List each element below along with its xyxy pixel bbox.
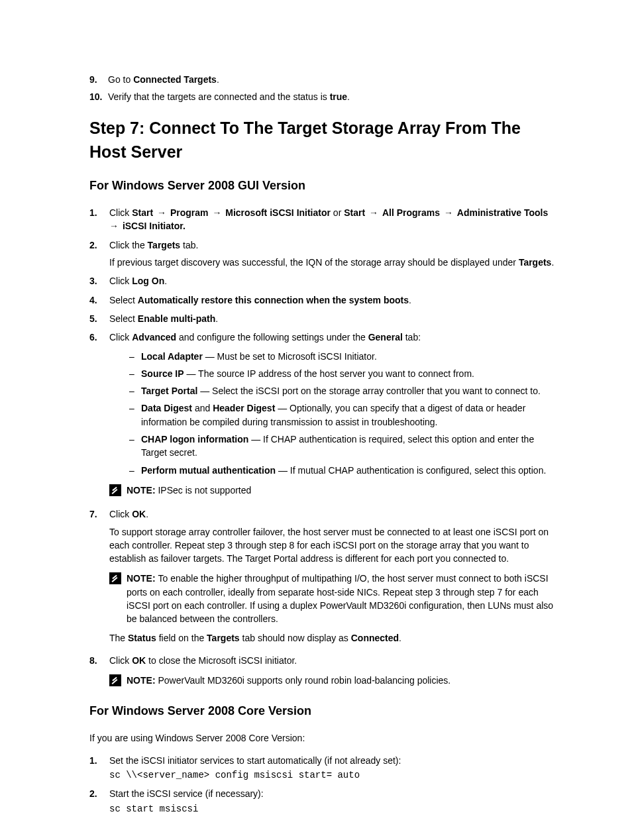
step-body: Click OK. To support storage array contr…	[109, 507, 556, 649]
setting-mutual-auth: –Perform mutual authentication — If mutu…	[129, 464, 556, 477]
core-steps: 1. Set the iSCSI initiator services to s…	[89, 754, 556, 815]
step-number: 6.	[89, 331, 109, 502]
step-number: 1.	[89, 206, 109, 233]
gui-step-4: 4. Select Automatically restore this con…	[89, 293, 556, 307]
note-icon	[109, 674, 121, 686]
note-roundrobin: NOTE: PowerVault MD3260i supports only r…	[109, 674, 556, 687]
step-number: 10.	[89, 90, 108, 103]
step-number: 7.	[89, 507, 109, 649]
step-body: Go to Connected Targets.	[108, 73, 556, 86]
gui-step-6: 6. Click Advanced and configure the foll…	[89, 331, 556, 502]
step-number: 2.	[89, 787, 109, 815]
step-body: Click Advanced and configure the followi…	[109, 331, 556, 502]
gui-step-8: 8. Click OK to close the Microsoft iSCSI…	[89, 654, 556, 693]
gui-steps: 1. Click Start → Program → Microsoft iSC…	[89, 206, 556, 692]
step-body: Verify that the targets are connected an…	[108, 90, 556, 103]
step-number: 3.	[89, 274, 109, 288]
setting-digest: –Data Digest and Header Digest — Optiona…	[129, 401, 556, 429]
code-block: sc start msiscsi	[109, 802, 556, 815]
step-7-status: The Status field on the Targets tab shou…	[109, 631, 556, 645]
step-body: Click Log On.	[109, 274, 556, 288]
gui-step-1: 1. Click Start → Program → Microsoft iSC…	[89, 206, 556, 233]
step-10: 10. Verify that the targets are connecte…	[89, 90, 556, 103]
page-title: Step 7: Connect To The Target Storage Ar…	[89, 116, 556, 164]
setting-target-portal: –Target Portal — Select the iSCSI port o…	[129, 384, 556, 397]
step-number: 5.	[89, 312, 109, 325]
step-body: Click Start → Program → Microsoft iSCSI …	[109, 206, 556, 233]
core-step-2: 2. Start the iSCSI service (if necessary…	[89, 787, 556, 815]
step-number: 1.	[89, 754, 109, 782]
note-ipsec: NOTE: IPSec is not supported	[109, 484, 556, 497]
core-intro: If you are using Windows Server 2008 Cor…	[89, 731, 556, 745]
note-icon	[109, 572, 121, 584]
gui-step-7: 7. Click OK. To support storage array co…	[89, 507, 556, 649]
setting-source-ip: –Source IP — The source IP address of th…	[129, 367, 556, 380]
continued-steps: 9. Go to Connected Targets. 10. Verify t…	[89, 73, 556, 104]
note-icon	[109, 484, 121, 496]
gui-step-2: 2. Click the Targets tab. If previous ta…	[89, 238, 556, 270]
section-heading-gui: For Windows Server 2008 GUI Version	[89, 177, 556, 194]
step-7-para: To support storage array controller fail…	[109, 525, 556, 566]
note-multipath: NOTE: To enable the higher throughput of…	[109, 572, 556, 625]
step-number: 2.	[89, 238, 109, 270]
gui-step-5: 5. Select Enable multi-path.	[89, 312, 556, 325]
setting-local-adapter: –Local Adapter — Must be set to Microsof…	[129, 350, 556, 363]
step-body: Select Enable multi-path.	[109, 312, 556, 325]
step-body: Start the iSCSI service (if necessary): …	[109, 787, 556, 815]
setting-chap: –CHAP logon information — If CHAP authen…	[129, 433, 556, 460]
advanced-settings-list: –Local Adapter — Must be set to Microsof…	[129, 350, 556, 477]
step-body: Click the Targets tab. If previous targe…	[109, 238, 556, 270]
core-step-1: 1. Set the iSCSI initiator services to s…	[89, 754, 556, 782]
step-number: 9.	[89, 73, 108, 86]
code-block: sc \\<server_name> config msiscsi start=…	[109, 768, 556, 782]
step-body: Select Automatically restore this connec…	[109, 293, 556, 307]
step-number: 4.	[89, 293, 109, 307]
step-body: Click OK to close the Microsoft iSCSI in…	[109, 654, 556, 693]
section-heading-core: For Windows Server 2008 Core Version	[89, 702, 556, 719]
step-body: Set the iSCSI initiator services to star…	[109, 754, 556, 782]
gui-step-3: 3. Click Log On.	[89, 274, 556, 288]
step-2-detail: If previous target discovery was success…	[109, 256, 556, 269]
step-9: 9. Go to Connected Targets.	[89, 73, 556, 86]
step-number: 8.	[89, 654, 109, 693]
